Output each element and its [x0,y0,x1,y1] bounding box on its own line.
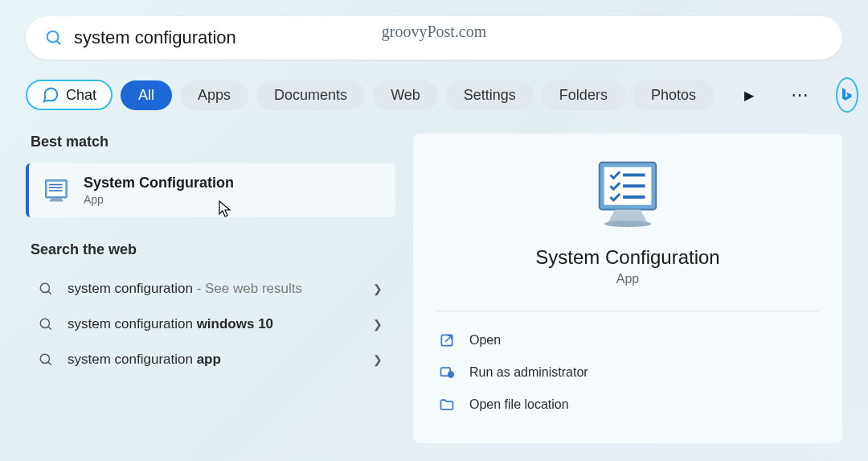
svg-rect-5 [49,187,63,188]
svg-line-1 [57,41,61,45]
best-match-title: System Configuration [84,175,234,191]
best-match-header: Best match [26,134,395,150]
chevron-right-icon: ❯ [373,353,383,366]
cursor-icon [219,200,233,218]
svg-rect-6 [49,190,63,191]
svg-line-12 [48,362,51,365]
scroll-right-icon[interactable]: ▶ [730,88,768,103]
detail-subtitle: App [616,272,639,286]
tab-folders[interactable]: Folders [542,80,625,110]
web-result-0[interactable]: system configuration - See web results ❯ [26,271,395,307]
tab-web[interactable]: Web [373,80,438,110]
detail-panel: System Configuration App Open Run as adm… [413,134,842,443]
folder-icon [439,397,455,413]
open-icon [439,332,455,348]
web-result-text: system configuration - See web results [68,281,358,297]
chevron-right-icon: ❯ [373,282,383,295]
shield-icon [439,364,455,381]
detail-title: System Configuration [535,246,719,269]
action-open[interactable]: Open [436,324,820,356]
svg-point-9 [40,319,49,327]
web-result-text: system configuration windows 10 [68,316,358,332]
tab-documents[interactable]: Documents [256,80,365,110]
watermark-text: groovyPost.com [382,23,487,41]
action-label: Open file location [469,397,569,412]
search-icon [39,317,53,331]
search-icon [39,282,53,296]
svg-line-8 [48,291,51,294]
results-panel: Best match System Configuration App Sear… [26,134,395,443]
tab-photos[interactable]: Photos [633,80,714,110]
bing-icon [837,85,857,105]
svg-point-21 [448,372,454,377]
msconfig-icon [42,176,71,205]
svg-point-18 [604,220,652,227]
web-result-1[interactable]: system configuration windows 10 ❯ [26,307,395,342]
bing-button[interactable] [836,77,858,113]
bing-chat-icon [42,86,59,104]
action-label: Open [469,333,501,348]
svg-point-7 [40,283,49,292]
svg-point-11 [40,354,49,363]
web-result-text: system configuration app [68,352,358,368]
chat-pill[interactable]: Chat [26,80,113,110]
divider [436,311,820,311]
tab-apps[interactable]: Apps [180,80,248,110]
filter-row: Chat All Apps Documents Web Settings Fol… [26,77,842,113]
svg-point-0 [47,31,59,43]
tab-all[interactable]: All [121,80,172,110]
search-icon [45,29,63,47]
tab-settings[interactable]: Settings [446,80,534,110]
more-icon[interactable]: ⋯ [776,84,823,105]
action-label: Run as administrator [469,365,588,380]
svg-rect-3 [47,181,66,196]
svg-rect-4 [49,183,63,185]
chevron-right-icon: ❯ [373,318,383,331]
chat-label: Chat [66,87,96,104]
web-header: Search the web [26,241,395,258]
svg-rect-17 [623,196,645,199]
web-result-2[interactable]: system configuration app ❯ [26,342,395,377]
svg-rect-16 [623,184,645,187]
best-match-item[interactable]: System Configuration App [26,163,395,217]
svg-line-10 [48,327,51,330]
msconfig-large-icon [590,156,665,232]
svg-rect-15 [623,174,645,177]
action-open-location[interactable]: Open file location [436,389,820,421]
best-match-subtitle: App [84,193,234,206]
action-run-admin[interactable]: Run as administrator [436,356,820,389]
search-icon [39,352,53,367]
